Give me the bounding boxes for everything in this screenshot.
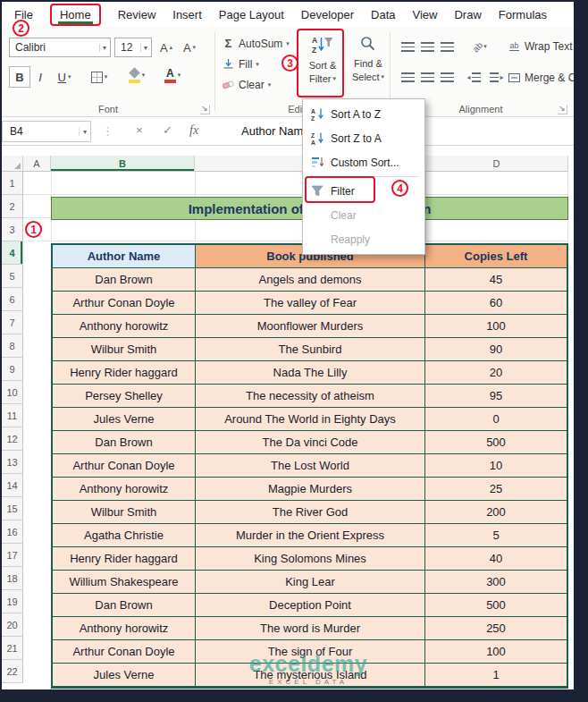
- chevron-down-icon[interactable]: ▾: [99, 44, 108, 52]
- table-cell[interactable]: 100: [425, 315, 567, 338]
- table-cell[interactable]: King Lear: [196, 571, 425, 594]
- table-cell[interactable]: 0: [425, 408, 567, 431]
- table-cell[interactable]: The valley of Fear: [196, 292, 425, 315]
- menu-item-sort-z-to-a[interactable]: ZASort Z to A: [303, 126, 424, 150]
- align-right-button[interactable]: [438, 68, 456, 86]
- table-cell[interactable]: 60: [425, 292, 567, 315]
- table-cell[interactable]: Moonflower Murders: [196, 315, 425, 338]
- row-header-5[interactable]: 5: [2, 265, 23, 288]
- table-header-cell[interactable]: Author Name: [53, 245, 196, 268]
- table-cell[interactable]: Anthony horowitz: [53, 617, 196, 640]
- align-left-button[interactable]: [399, 68, 416, 86]
- table-cell[interactable]: 500: [425, 594, 567, 617]
- table-cell[interactable]: 90: [425, 338, 567, 361]
- chevron-down-icon[interactable]: ▾: [286, 40, 290, 47]
- row-header-14[interactable]: 14: [2, 474, 23, 497]
- row-header-17[interactable]: 17: [2, 544, 23, 567]
- tab-file[interactable]: File: [14, 8, 33, 21]
- tab-draw[interactable]: Draw: [454, 8, 481, 21]
- row-header-19[interactable]: 19: [2, 590, 23, 613]
- bold-button[interactable]: B: [9, 66, 30, 88]
- table-cell[interactable]: Deception Point: [196, 594, 425, 617]
- column-header-d[interactable]: D: [425, 156, 568, 172]
- table-cell[interactable]: 40: [425, 547, 567, 571]
- table-cell[interactable]: 500: [425, 431, 567, 454]
- table-cell[interactable]: Jules Verne: [53, 408, 196, 431]
- table-cell[interactable]: The word is Murder: [196, 617, 425, 640]
- table-cell[interactable]: Arthur Conan Doyle: [53, 292, 196, 315]
- row-header-20[interactable]: 20: [2, 613, 23, 637]
- row-header-9[interactable]: 9: [2, 358, 23, 381]
- decrease-indent-button[interactable]: ◂: [463, 68, 484, 86]
- increase-indent-button[interactable]: ▸: [486, 68, 508, 86]
- table-cell[interactable]: Henry Rider haggard: [53, 361, 196, 385]
- table-cell[interactable]: Willium Shakespeare: [53, 571, 196, 594]
- formula-bar-value[interactable]: Author Name: [241, 124, 310, 138]
- table-cell[interactable]: Murder in the Orient Express: [196, 524, 425, 547]
- table-header-cell[interactable]: Copies Left: [425, 245, 567, 268]
- fill-color-button[interactable]: ▾: [122, 64, 152, 86]
- table-cell[interactable]: 10: [425, 454, 567, 478]
- tab-review[interactable]: Review: [118, 8, 156, 21]
- font-dialog-launcher-icon[interactable]: ↘: [200, 105, 210, 114]
- font-color-button[interactable]: A ▾: [157, 64, 188, 86]
- insert-function-icon[interactable]: fx: [189, 123, 198, 138]
- table-cell[interactable]: 20: [425, 361, 567, 385]
- table-cell[interactable]: 45: [425, 268, 567, 292]
- middle-align-button[interactable]: [418, 38, 436, 55]
- row-header-22[interactable]: 22: [2, 660, 23, 683]
- table-cell[interactable]: 200: [425, 501, 567, 524]
- table-cell[interactable]: Angels and demons: [196, 268, 425, 292]
- row-header-1[interactable]: 1: [2, 172, 23, 195]
- tab-page-layout[interactable]: Page Layout: [219, 8, 284, 21]
- chevron-down-icon[interactable]: ▾: [142, 72, 146, 79]
- italic-button[interactable]: I: [32, 66, 48, 88]
- table-cell[interactable]: 25: [425, 478, 567, 501]
- row-header-18[interactable]: 18: [2, 567, 23, 590]
- row-header-16[interactable]: 16: [2, 520, 23, 544]
- row-header-13[interactable]: 13: [2, 451, 23, 474]
- orientation-button[interactable]: ab ▾: [466, 38, 493, 55]
- table-cell[interactable]: 95: [425, 385, 567, 408]
- decrease-font-size-button[interactable]: A▾: [179, 37, 200, 58]
- bottom-align-button[interactable]: [438, 38, 456, 55]
- alignment-dialog-launcher-icon[interactable]: ↘: [558, 105, 567, 114]
- wrap-text-button[interactable]: ab Wrap Text: [508, 37, 573, 55]
- row-header-4[interactable]: 4: [2, 241, 23, 265]
- tab-view[interactable]: View: [413, 8, 438, 21]
- table-cell[interactable]: King Solomons Mines: [196, 547, 425, 571]
- table-cell[interactable]: Nada The Lilly: [196, 361, 425, 385]
- table-cell[interactable]: Anthony horowitz: [53, 478, 196, 501]
- borders-button[interactable]: ▾: [84, 66, 114, 88]
- chevron-down-icon[interactable]: ▾: [140, 44, 149, 52]
- table-cell[interactable]: The necessity of atheism: [196, 385, 425, 408]
- table-cell[interactable]: Anthony horowitz: [53, 315, 196, 338]
- table-cell[interactable]: 100: [425, 640, 567, 664]
- table-cell[interactable]: Dan Brown: [53, 594, 196, 617]
- autosum-button[interactable]: Σ AutoSum ▾: [222, 34, 290, 53]
- align-center-button[interactable]: [418, 68, 436, 86]
- chevron-down-icon[interactable]: ▾: [105, 73, 108, 80]
- table-cell[interactable]: The River God: [196, 501, 425, 524]
- table-cell[interactable]: Henry Rider haggard: [53, 547, 196, 571]
- table-cell[interactable]: Arthur Conan Doyle: [53, 640, 196, 664]
- chevron-down-icon[interactable]: ▾: [268, 81, 272, 89]
- menu-item-custom-sort[interactable]: Custom Sort...: [303, 150, 424, 174]
- row-header-6[interactable]: 6: [2, 288, 23, 311]
- table-cell[interactable]: Magpie Murders: [196, 478, 425, 501]
- select-all-button[interactable]: [2, 156, 23, 172]
- column-header-b[interactable]: B: [51, 156, 195, 172]
- row-header-15[interactable]: 15: [2, 497, 23, 520]
- tab-insert[interactable]: Insert: [172, 8, 202, 21]
- tab-home[interactable]: Home: [50, 4, 101, 26]
- enter-check-icon[interactable]: ✓: [163, 123, 172, 137]
- row-header-10[interactable]: 10: [2, 381, 23, 404]
- row-header-2[interactable]: 2: [2, 195, 23, 218]
- clear-button[interactable]: Clear ▾: [222, 75, 271, 94]
- row-header-8[interactable]: 8: [2, 334, 23, 358]
- cancel-icon[interactable]: ×: [136, 123, 143, 137]
- table-cell[interactable]: Arthur Conan Doyle: [53, 454, 196, 478]
- increase-font-size-button[interactable]: A▴: [155, 37, 177, 58]
- table-cell[interactable]: Wilbur Smith: [53, 338, 196, 361]
- menu-item-sort-a-to-z[interactable]: AZSort A to Z: [303, 102, 424, 126]
